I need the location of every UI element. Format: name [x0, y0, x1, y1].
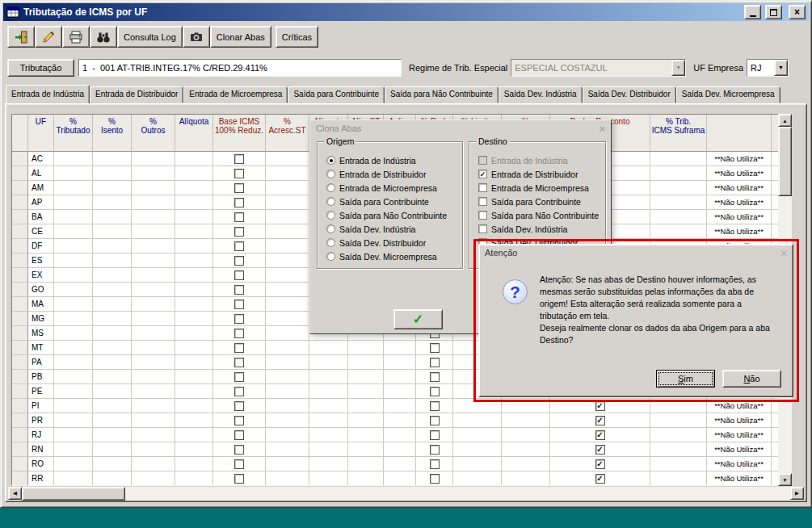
cell[interactable] [12, 442, 28, 457]
tab-saida-dev-microempresa[interactable]: Saída Dev. Microempresa [676, 86, 780, 103]
cell[interactable] [12, 471, 28, 486]
cell[interactable]: ✓ [550, 413, 650, 428]
msgbox-nao-button[interactable]: Não [722, 370, 781, 388]
cell[interactable] [348, 413, 384, 428]
column-header-trib-icms-suframa[interactable]: % Trib. ICMS Suframa [650, 115, 707, 152]
tab-saida-para-contribuinte[interactable]: Saída para Contribuinte [288, 86, 385, 103]
grid-row-ro[interactable]: RO✓**Não Utiliza** [12, 457, 778, 471]
cell[interactable] [132, 152, 175, 166]
base-reduz-checkbox[interactable] [234, 329, 244, 338]
cell[interactable] [213, 326, 266, 341]
cell-status[interactable]: **Não Utiliza** [707, 428, 772, 442]
base-reduz-checkbox[interactable] [234, 372, 244, 382]
cell-status[interactable]: **Não Utiliza** [707, 399, 772, 413]
cell[interactable] [54, 326, 93, 341]
cell[interactable] [416, 341, 453, 355]
origem-option-saida-para-contribuinte[interactable]: Saída para Contribuinte [321, 195, 461, 208]
scroll-up-button[interactable]: ▲ [778, 114, 792, 127]
cell[interactable] [12, 399, 28, 413]
cell-status[interactable]: **Não Utiliza** [707, 210, 772, 224]
cell-uf[interactable]: AM [28, 181, 54, 195]
cell[interactable] [132, 166, 175, 181]
cell[interactable] [54, 355, 93, 370]
cell[interactable] [384, 341, 416, 355]
cell[interactable] [175, 297, 213, 312]
cell[interactable] [54, 210, 93, 224]
cell[interactable] [502, 442, 550, 457]
origem-option-entrada-de-industria[interactable]: Entrada de Indústria [321, 153, 461, 167]
cell[interactable] [54, 254, 93, 268]
deduz-desconto-checkbox[interactable]: ✓ [595, 445, 605, 455]
cell[interactable] [348, 384, 384, 399]
cell[interactable] [213, 471, 266, 486]
cell-uf[interactable]: PR [28, 413, 54, 428]
column-header-acresc-st[interactable]: % Acresc.ST [266, 115, 309, 152]
cell[interactable] [12, 254, 28, 268]
cell[interactable] [54, 370, 93, 384]
camera-button[interactable] [183, 26, 210, 48]
cell[interactable] [453, 457, 502, 471]
cell[interactable] [132, 283, 175, 297]
origem-option-saida-dev-industria[interactable]: Saída Dev. Indústria [321, 222, 461, 236]
cell[interactable] [54, 399, 93, 413]
base-reduz-checkbox[interactable] [234, 256, 244, 266]
horizontal-scroll-thumb[interactable] [22, 487, 125, 501]
cell[interactable] [266, 166, 309, 181]
cell[interactable] [266, 254, 309, 268]
base-reduz-checkbox[interactable] [234, 401, 244, 411]
cell[interactable] [416, 399, 453, 413]
base-reduz-checkbox[interactable] [234, 169, 244, 178]
cell[interactable] [175, 283, 213, 297]
cell-status[interactable]: **Não Utiliza** [707, 413, 772, 428]
cell[interactable] [132, 428, 175, 442]
cell-uf[interactable]: RN [28, 442, 54, 457]
cell[interactable] [54, 224, 93, 239]
cell-uf[interactable]: ES [28, 254, 54, 268]
cell[interactable] [266, 312, 309, 326]
cell[interactable] [348, 442, 384, 457]
base-reduz-checkbox[interactable] [234, 314, 244, 324]
cell[interactable] [12, 166, 28, 181]
cell[interactable] [266, 413, 309, 428]
chevron-down-icon[interactable]: ▼ [774, 60, 788, 76]
cell[interactable] [175, 355, 213, 370]
maximize-button[interactable] [765, 5, 782, 19]
cell[interactable] [54, 428, 93, 442]
cell[interactable] [132, 268, 175, 283]
cell-uf[interactable]: PE [28, 384, 54, 399]
cell[interactable] [213, 428, 266, 442]
cell[interactable] [175, 413, 213, 428]
cell-uf[interactable]: AL [28, 166, 54, 181]
cell[interactable] [132, 442, 175, 457]
tab-saida-dev-distribuidor[interactable]: Saída Dev. Distribuidor [583, 86, 676, 103]
cell-status[interactable]: **Não Utiliza** [707, 471, 772, 486]
cell[interactable] [12, 210, 28, 224]
cell-uf[interactable]: DF [28, 239, 54, 254]
red-checkbox[interactable] [430, 416, 440, 425]
clonar-abas-button[interactable]: Clonar Abas [210, 26, 271, 48]
cell[interactable] [213, 457, 266, 471]
cell[interactable] [213, 239, 266, 254]
cell[interactable] [309, 370, 348, 384]
cell[interactable] [132, 210, 175, 224]
cell[interactable] [650, 166, 707, 181]
destino-option-entrada-de-distribuidor[interactable]: ✓Entrada de Distribuidor [473, 167, 604, 181]
cell[interactable] [213, 254, 266, 268]
cell[interactable] [266, 457, 309, 471]
cell[interactable] [384, 457, 416, 471]
grid-row-rn[interactable]: RN✓**Não Utiliza** [12, 442, 778, 457]
cell[interactable] [132, 413, 175, 428]
cell[interactable] [132, 181, 175, 195]
cell[interactable] [54, 384, 93, 399]
cell[interactable] [93, 355, 132, 370]
cell[interactable] [93, 312, 132, 326]
scroll-left-button[interactable]: ◀ [8, 487, 22, 500]
cell-uf[interactable]: MS [28, 326, 54, 341]
cell[interactable] [93, 210, 132, 224]
regime-combobox[interactable]: ESPECIAL COSTAZUL ▼ [511, 59, 686, 77]
cell[interactable] [54, 457, 93, 471]
criticas-button[interactable]: Críticas [276, 26, 318, 48]
cell[interactable] [12, 384, 28, 399]
cell[interactable] [175, 370, 213, 384]
destino-option-saida-para-contribuinte[interactable]: Saída para Contribuinte [473, 195, 604, 208]
